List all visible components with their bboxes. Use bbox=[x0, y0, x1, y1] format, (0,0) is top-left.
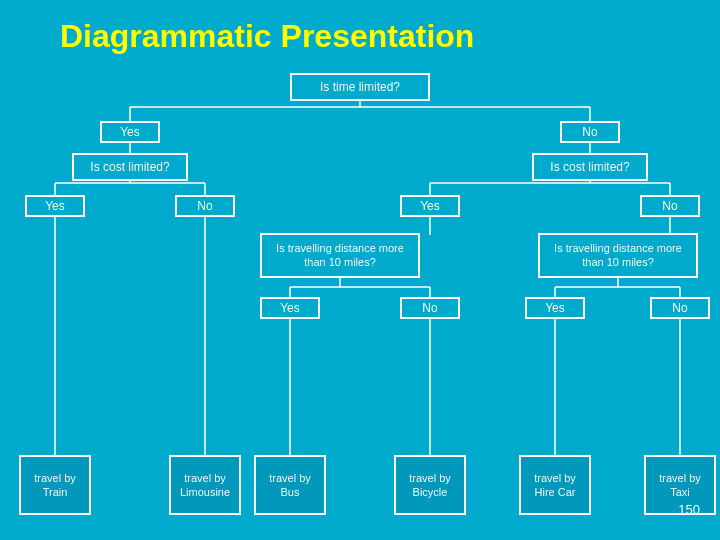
is-travel-dist2-node: Is travelling distance more than 10 mile… bbox=[538, 233, 698, 278]
is-cost-limited1-node: Is cost limited? bbox=[72, 153, 188, 181]
travel-bus-node: travel by Bus bbox=[254, 455, 326, 515]
yes2-node: Yes bbox=[25, 195, 85, 217]
yes3-node: Yes bbox=[400, 195, 460, 217]
no4-node: No bbox=[400, 297, 460, 319]
travel-limo-node: travel by Limousine bbox=[169, 455, 241, 515]
no3-node: No bbox=[640, 195, 700, 217]
no1-node: No bbox=[560, 121, 620, 143]
yes5-node: Yes bbox=[525, 297, 585, 319]
no5-node: No bbox=[650, 297, 710, 319]
travel-bicycle-node: travel by Bicycle bbox=[394, 455, 466, 515]
travel-train-node: travel by Train bbox=[19, 455, 91, 515]
is-cost-limited2-node: Is cost limited? bbox=[532, 153, 648, 181]
yes4-node: Yes bbox=[260, 297, 320, 319]
is-travel-dist1-node: Is travelling distance more than 10 mile… bbox=[260, 233, 420, 278]
is-time-limited-node: Is time limited? bbox=[290, 73, 430, 101]
yes1-node: Yes bbox=[100, 121, 160, 143]
page-title: Diagrammatic Presentation bbox=[0, 0, 720, 65]
page-number: 150 bbox=[678, 502, 700, 517]
travel-hire-car-node: travel by Hire Car bbox=[519, 455, 591, 515]
no2-node: No bbox=[175, 195, 235, 217]
